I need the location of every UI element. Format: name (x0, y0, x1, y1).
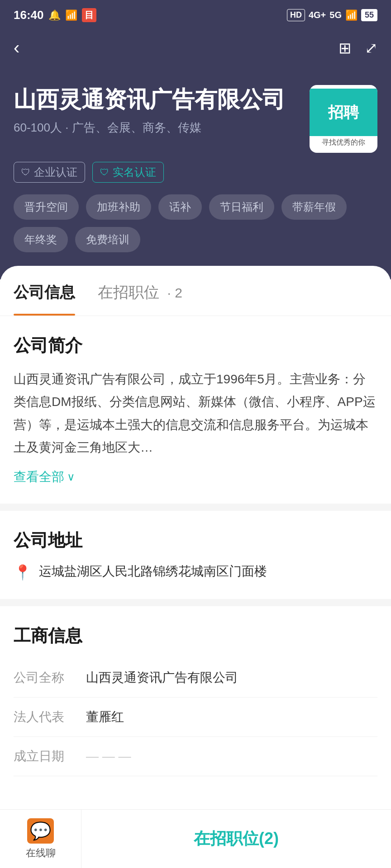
address-row: 📍 运城盐湖区人民北路锦绣花城南区门面楼 (14, 563, 377, 581)
company-title: 山西灵通资讯广告有限公司 (14, 85, 285, 114)
shield-realname-icon: 🛡 (100, 167, 109, 178)
bottom-bar: 💬 在线聊 在招职位(2) (0, 809, 391, 868)
benefit-5: 年终奖 (14, 227, 68, 252)
biz-value-1: 董雁红 (86, 708, 377, 726)
tab-jobs-count: · 2 (167, 285, 182, 300)
company-intro-text: 山西灵通资讯广告有限公司，成立于1996年5月。主营业务：分类信息DM报纸、分类… (14, 368, 377, 459)
cert-enterprise-label: 企业认证 (34, 165, 77, 179)
cert-realname-label: 实名认证 (113, 165, 156, 179)
jobs-button-label: 在招职位(2) (194, 828, 279, 850)
company-size: 60-100人 (14, 121, 62, 134)
jobs-button[interactable]: 在招职位(2) (81, 810, 391, 868)
biz-label-1: 法人代表 (14, 708, 86, 726)
see-all-button[interactable]: 查看全部 ∨ (14, 468, 75, 486)
cert-enterprise: 🛡 企业认证 (14, 162, 85, 183)
cert-badges: 🛡 企业认证 🛡 实名认证 (14, 162, 377, 183)
logo-inner: 招聘 (310, 89, 377, 136)
biz-row-1: 法人代表 董雁红 (14, 698, 377, 737)
location-icon: 📍 (14, 564, 32, 581)
company-intro-section: 公司简介 山西灵通资讯广告有限公司，成立于1996年5月。主营业务：分类信息DM… (0, 316, 391, 504)
see-all-label: 查看全部 (14, 468, 64, 486)
biz-info-section: 工商信息 公司全称 山西灵通资讯广告有限公司 法人代表 董雁红 成立日期 — —… (0, 606, 391, 794)
online-chat-button[interactable]: 💬 在线聊 (0, 810, 81, 868)
benefit-4: 带薪年假 (281, 194, 347, 220)
wifi-icon: 📶 (65, 9, 77, 21)
signal-5g: 5G (329, 10, 342, 20)
content-area: 公司信息 在招职位 · 2 公司简介 山西灵通资讯广告有限公司，成立于1996年… (0, 266, 391, 862)
cert-realname: 🛡 实名认证 (92, 162, 164, 183)
bookmark-button[interactable]: ⊞ (339, 39, 351, 57)
chevron-down-icon: ∨ (67, 471, 75, 483)
status-bar: 16:40 🔔 📶 目 HD 4G+ 5G 📶 55 (0, 0, 391, 28)
tab-jobs-label: 在招职位 (98, 283, 159, 301)
company-industry: 广告、会展、商务、传媒 (72, 121, 201, 134)
address-title: 公司地址 (14, 529, 377, 552)
company-logo: 招聘 寻找优秀的你 (310, 85, 377, 153)
logo-main-text: 招聘 (328, 102, 359, 123)
wifi-signal-icon: 📶 (345, 9, 358, 21)
biz-value-0: 山西灵通资讯广告有限公司 (86, 669, 377, 686)
biz-row-2: 成立日期 — — — (14, 737, 377, 776)
benefits-list: 晋升空间 加班补助 话补 节日福利 带薪年假 年终奖 免费培训 (14, 194, 377, 252)
time: 16:40 (14, 8, 44, 22)
divider-1 (0, 504, 391, 511)
logo-sub-text: 寻找优秀的你 (321, 136, 366, 149)
company-intro-title: 公司简介 (14, 334, 377, 357)
divider-2 (0, 599, 391, 606)
nav-bar: ‹ ⊞ ⤢ (0, 28, 391, 71)
address-section: 公司地址 📍 运城盐湖区人民北路锦绣花城南区门面楼 (0, 511, 391, 599)
status-left: 16:40 🔔 📶 目 (14, 8, 96, 22)
signal-4g: 4G+ (309, 10, 326, 20)
share-button[interactable]: ⤢ (365, 39, 377, 57)
biz-info-title: 工商信息 (14, 624, 377, 647)
address-value: 运城盐湖区人民北路锦绣花城南区门面楼 (39, 563, 267, 580)
nav-actions: ⊞ ⤢ (339, 39, 377, 57)
biz-label-2: 成立日期 (14, 748, 86, 765)
tab-company-info[interactable]: 公司信息 (14, 266, 75, 316)
benefit-0: 晋升空间 (14, 194, 79, 220)
company-header: 山西灵通资讯广告有限公司 60-100人 · 广告、会展、商务、传媒 招聘 寻找… (0, 71, 391, 279)
tab-company-info-label: 公司信息 (14, 283, 75, 301)
benefit-3: 节日福利 (209, 194, 274, 220)
chat-icon: 💬 (27, 818, 54, 844)
status-right: HD 4G+ 5G 📶 55 (287, 9, 377, 21)
hd-badge: HD (287, 9, 305, 21)
tabs: 公司信息 在招职位 · 2 (0, 266, 391, 316)
biz-value-2: — — — (86, 749, 377, 764)
company-name-block: 山西灵通资讯广告有限公司 60-100人 · 广告、会展、商务、传媒 (14, 85, 285, 136)
company-top: 山西灵通资讯广告有限公司 60-100人 · 广告、会展、商务、传媒 招聘 寻找… (14, 85, 377, 153)
app-icon: 目 (82, 8, 96, 22)
back-button[interactable]: ‹ (14, 38, 19, 58)
battery: 55 (361, 9, 377, 21)
benefit-2: 话补 (158, 194, 202, 220)
notification-icon: 🔔 (48, 9, 61, 21)
company-meta: 60-100人 · 广告、会展、商务、传媒 (14, 120, 285, 136)
benefit-1: 加班补助 (86, 194, 151, 220)
company-meta-dot: · (65, 121, 72, 134)
chat-label: 在线聊 (26, 846, 56, 860)
biz-row-0: 公司全称 山西灵通资讯广告有限公司 (14, 658, 377, 698)
benefit-6: 免费培训 (75, 227, 140, 252)
biz-label-0: 公司全称 (14, 669, 86, 686)
tab-jobs[interactable]: 在招职位 · 2 (98, 266, 182, 316)
shield-enterprise-icon: 🛡 (21, 167, 30, 178)
